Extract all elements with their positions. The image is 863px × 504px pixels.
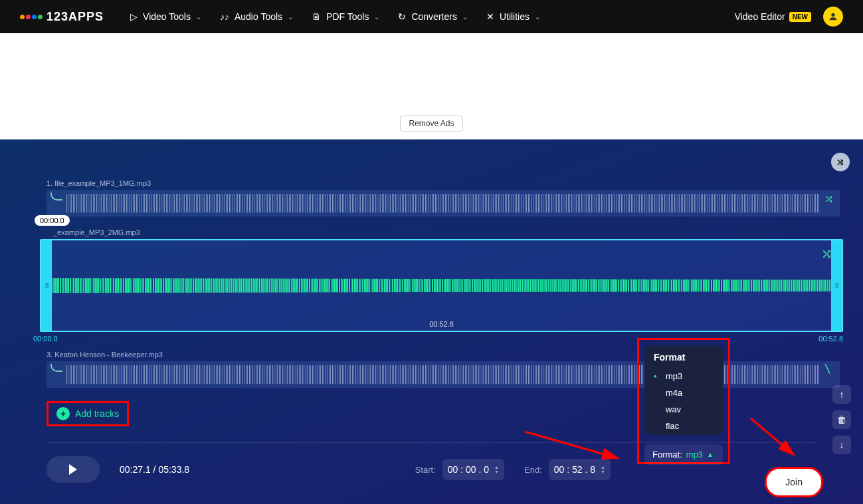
remove-ads-button[interactable]: Remove Ads [400, 116, 462, 131]
format-popup: Format mp3 m4a wav flac Format: mp3 ▲ [637, 338, 730, 464]
crossfade-icon[interactable]: ⤭ [821, 246, 832, 262]
nav-label: Audio Tools [235, 11, 282, 22]
play-button[interactable] [47, 456, 100, 483]
delete-button[interactable]: 🗑 [832, 410, 851, 429]
caret-up-icon: ▲ [707, 451, 714, 458]
start-input[interactable]: 00 : 00 . 0 ▲▼ [442, 459, 504, 480]
nav-label: Converters [411, 11, 456, 22]
format-select-label: Format: [652, 450, 682, 460]
nav-pdf-tools[interactable]: 🗎 PDF Tools ⌄ [312, 11, 379, 22]
nav-video-tools[interactable]: ▷ Video Tools ⌄ [130, 11, 201, 22]
end-field-group: End: 00 : 52 . 8 ▲▼ [524, 459, 611, 480]
nav-audio-tools[interactable]: ♪♪ Audio Tools ⌄ [220, 11, 293, 22]
avatar[interactable] [823, 7, 843, 27]
format-option-mp3[interactable]: mp3 [654, 368, 714, 384]
nav-label: PDF Tools [326, 11, 369, 22]
format-option-wav[interactable]: wav [654, 401, 714, 418]
format-title: Format [654, 352, 714, 363]
track-2[interactable]: ⠿ ⠿ ⤭ 00:52.8 [40, 239, 843, 332]
join-button[interactable]: Join [765, 467, 823, 497]
handle-left[interactable]: ⠿ [41, 240, 52, 331]
audio-icon: ♪♪ [220, 11, 229, 22]
end-input[interactable]: 00 : 52 . 8 ▲▼ [549, 459, 611, 480]
video-editor-link[interactable]: Video Editor NEW [735, 11, 811, 22]
waveform-2 [52, 249, 831, 322]
nav-label: Utilities [500, 11, 529, 22]
convert-icon: ↻ [398, 11, 406, 22]
chevron-down-icon: ⌄ [288, 13, 293, 21]
nav-utilities[interactable]: ✕ Utilities ⌄ [486, 11, 540, 22]
format-option-m4a[interactable]: m4a [654, 384, 714, 401]
new-badge: NEW [789, 12, 811, 22]
stepper-icon[interactable]: ▲▼ [601, 465, 605, 474]
video-editor-label: Video Editor [735, 11, 785, 22]
duration-label: 00:52.8 [429, 320, 454, 328]
plus-icon: + [56, 407, 70, 420]
time-display: 00:27.1 / 05:33.8 [120, 464, 189, 475]
track-1-label: 1. file_example_MP3_1MG.mp3 [47, 179, 843, 187]
chevron-down-icon: ⌄ [196, 13, 201, 21]
add-tracks-label: Add tracks [75, 408, 119, 419]
header: 123APPS ▷ Video Tools ⌄ ♪♪ Audio Tools ⌄… [0, 0, 863, 33]
nav: ▷ Video Tools ⌄ ♪♪ Audio Tools ⌄ 🗎 PDF T… [130, 11, 540, 22]
track-1[interactable]: ⤭ [47, 190, 840, 216]
start-value: 00 : 00 . 0 [448, 464, 489, 475]
svg-point-0 [831, 13, 834, 17]
format-select[interactable]: Format: mp3 ▲ [644, 444, 723, 465]
range-start: 00:00.0 [33, 335, 58, 343]
header-right: Video Editor NEW [735, 7, 843, 27]
handle-right[interactable]: ⠿ [831, 240, 842, 331]
chevron-down-icon: ⌄ [462, 13, 468, 21]
range-end: 00:52.8 [818, 335, 843, 343]
add-tracks-button[interactable]: + Add tracks [47, 401, 129, 426]
track-2-label: _example_MP3_2MG.mp3 [53, 228, 843, 236]
track-2-wrap: 00:00.0 _example_MP3_2MG.mp3 ⠿ ⠿ ⤭ 00:52… [20, 228, 843, 343]
chevron-down-icon: ⌄ [535, 13, 540, 21]
editor: ⤭ 1. file_example_MP3_1MG.mp3 ⤭ 00:00.0 … [0, 139, 863, 504]
start-field-group: Start: 00 : 00 . 0 ▲▼ [415, 459, 504, 480]
join-wrap: Join [765, 467, 823, 497]
play-icon [69, 464, 77, 475]
start-label: Start: [415, 465, 436, 475]
format-options: mp3 m4a wav flac [654, 368, 714, 434]
play-icon: ▷ [130, 11, 138, 22]
format-selected-value: mp3 [686, 450, 703, 460]
user-icon [828, 11, 838, 22]
move-up-button[interactable]: ↑ [832, 385, 851, 404]
crossfade-icon[interactable]: ⤭ [824, 193, 833, 205]
fade-in-icon [50, 364, 62, 372]
tools-icon: ✕ [486, 11, 494, 22]
waveform [66, 194, 820, 212]
time-tooltip: 00:00.0 [35, 215, 70, 226]
logo-text: 123APPS [47, 10, 104, 24]
format-option-flac[interactable]: flac [654, 418, 714, 434]
nav-label: Video Tools [143, 11, 191, 22]
end-value: 00 : 52 . 8 [554, 464, 595, 475]
ad-space: Remove Ads [0, 33, 863, 139]
stepper-icon[interactable]: ▲▼ [494, 465, 499, 474]
nav-converters[interactable]: ↻ Converters ⌄ [398, 11, 467, 22]
shuffle-button[interactable]: ⤭ [831, 153, 850, 171]
logo[interactable]: 123APPS [20, 10, 104, 24]
fade-out-icon: 〵 [822, 364, 833, 376]
logo-dots-icon [20, 15, 43, 19]
chevron-down-icon: ⌄ [374, 13, 379, 21]
file-icon: 🗎 [312, 11, 321, 22]
format-menu: Format mp3 m4a wav flac [644, 345, 723, 435]
end-label: End: [524, 465, 542, 475]
fade-in-icon [50, 193, 62, 201]
